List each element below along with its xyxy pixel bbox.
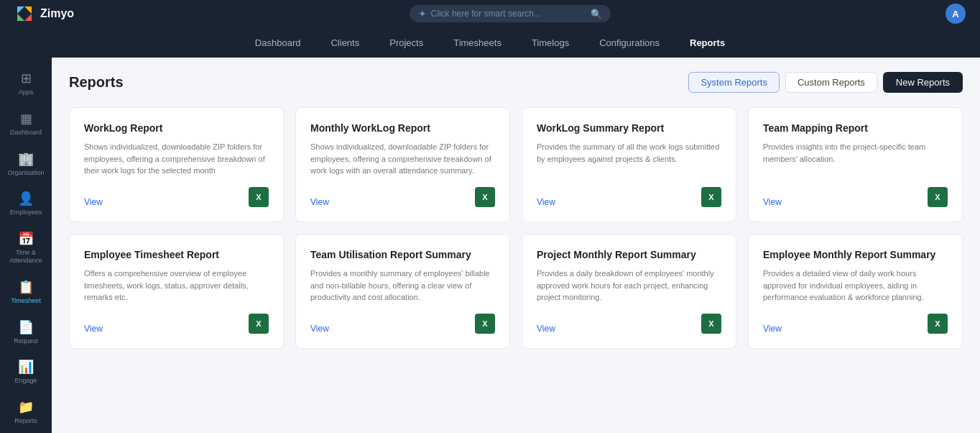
report-desc-monthly-worklog: Shows individualized, downloadable ZIP f…	[310, 141, 495, 180]
report-title-worklog-summary: WorkLog Summary Report	[537, 122, 721, 134]
report-desc-worklog-summary: Provides the summary of all the work log…	[537, 141, 721, 180]
view-link-worklog[interactable]: View	[84, 197, 103, 207]
excel-icon-employee-monthly: X	[928, 314, 948, 334]
search-bar[interactable]: ✦ 🔍	[410, 5, 611, 22]
report-footer-team-mapping: View X	[763, 187, 948, 207]
svg-marker-3	[24, 14, 32, 21]
sidebar-label-organisation: Organisation	[7, 169, 44, 177]
excel-icon-team-mapping: X	[928, 187, 948, 207]
report-footer-team-utilisation: View X	[310, 314, 495, 334]
view-link-employee-monthly[interactable]: View	[763, 324, 782, 334]
logo-text: Zimyo	[40, 7, 74, 20]
search-icon[interactable]: 🔍	[591, 9, 602, 19]
custom-reports-tab[interactable]: Custom Reports	[785, 72, 877, 93]
excel-icon-team-utilisation: X	[475, 314, 495, 334]
reports-grid: WorkLog Report Shows individualized, dow…	[69, 107, 963, 349]
sidebar-item-dashboard[interactable]: ▦ Dashboard	[2, 105, 50, 142]
report-card-employee-timesheet: Employee Timesheet Report Offers a compr…	[69, 234, 284, 349]
page-title: Reports	[69, 74, 124, 91]
reports-sidebar-icon: 📁	[18, 399, 34, 415]
view-link-project-monthly[interactable]: View	[537, 324, 555, 334]
organisation-icon: 🏢	[18, 151, 34, 167]
logo-area: Zimyo	[14, 4, 74, 24]
svg-marker-1	[24, 6, 32, 14]
report-card-employee-monthly: Employee Monthly Report Summary Provides…	[748, 234, 963, 349]
sidebar-label-engage: Engage	[14, 377, 37, 385]
sidebar-item-organisation[interactable]: 🏢 Organisation	[2, 145, 50, 183]
report-title-worklog: WorkLog Report	[84, 122, 269, 134]
report-footer-monthly-worklog: View X	[310, 187, 495, 207]
report-footer-worklog: View X	[84, 187, 269, 207]
sidebar-item-engage[interactable]: 📊 Engage	[2, 353, 50, 391]
apps-icon: ⊞	[21, 70, 32, 86]
nav-item-reports[interactable]: Reports	[685, 35, 729, 51]
view-link-monthly-worklog[interactable]: View	[310, 197, 329, 207]
page-header: Reports System Reports Custom Reports Ne…	[69, 72, 963, 93]
report-desc-team-mapping: Provides insights into the project-speci…	[763, 141, 948, 180]
report-title-employee-monthly: Employee Monthly Report Summary	[763, 249, 948, 260]
content-area: Reports System Reports Custom Reports Ne…	[52, 58, 980, 433]
dashboard-icon: ▦	[20, 111, 32, 127]
report-desc-worklog: Shows individualized, downloadable ZIP f…	[84, 141, 269, 180]
view-link-team-utilisation[interactable]: View	[310, 324, 329, 334]
report-footer-employee-timesheet: View X	[84, 314, 269, 334]
sidebar-item-timesheet[interactable]: 📋 Timesheet	[2, 273, 50, 311]
sidebar-label-reports: Reports	[14, 417, 37, 425]
employees-icon: 👤	[18, 191, 34, 206]
report-title-monthly-worklog: Monthly WorkLog Report	[310, 122, 495, 134]
sidebar-label-timesheet: Timesheet	[11, 297, 41, 305]
report-card-team-mapping: Team Mapping Report Provides insights in…	[748, 107, 963, 222]
sidebar-item-apps[interactable]: ⊞ Apps	[2, 65, 50, 102]
sidebar-item-employees[interactable]: 👤 Employees	[2, 185, 50, 222]
sidebar-item-time-attendance[interactable]: 📅 Time & Attendance	[2, 225, 50, 270]
new-reports-button[interactable]: New Reports	[883, 72, 963, 93]
navbar: Dashboard Clients Projects Timesheets Ti…	[0, 27, 980, 58]
report-card-monthly-worklog: Monthly WorkLog Report Shows individuali…	[295, 107, 510, 222]
sidebar-label-request: Request	[14, 337, 38, 345]
sidebar-label-apps: Apps	[19, 88, 34, 96]
sidebar-label-time-attendance: Time & Attendance	[6, 249, 45, 265]
spark-icon: ✦	[418, 8, 427, 19]
report-card-team-utilisation: Team Utilisation Report Summary Provides…	[295, 234, 510, 349]
system-reports-tab[interactable]: System Reports	[688, 72, 779, 93]
excel-icon-employee-timesheet: X	[249, 314, 269, 334]
search-input[interactable]	[431, 9, 586, 19]
excel-icon-monthly-worklog: X	[475, 187, 495, 207]
sidebar-item-reports[interactable]: 📁 Reports	[2, 393, 50, 431]
svg-marker-0	[17, 6, 24, 14]
report-title-employee-timesheet: Employee Timesheet Report	[84, 249, 269, 260]
nav-item-timesheets[interactable]: Timesheets	[449, 35, 506, 51]
main-layout: ⊞ Apps ▦ Dashboard 🏢 Organisation 👤 Empl…	[0, 58, 980, 433]
report-title-team-utilisation: Team Utilisation Report Summary	[310, 249, 495, 260]
report-desc-employee-timesheet: Offers a comprehensive overview of emplo…	[84, 268, 269, 306]
excel-icon-worklog-summary: X	[701, 187, 721, 207]
nav-item-projects[interactable]: Projects	[385, 35, 427, 51]
report-title-team-mapping: Team Mapping Report	[763, 122, 948, 134]
view-link-worklog-summary[interactable]: View	[537, 197, 555, 207]
report-title-project-monthly: Project Monthly Report Summary	[537, 249, 721, 260]
svg-marker-2	[17, 14, 24, 21]
report-footer-worklog-summary: View X	[537, 187, 721, 207]
sidebar-label-dashboard: Dashboard	[10, 129, 42, 137]
excel-icon-worklog: X	[249, 187, 269, 207]
report-card-worklog-summary: WorkLog Summary Report Provides the summ…	[522, 107, 736, 222]
time-attendance-icon: 📅	[18, 231, 34, 247]
nav-item-timelogs[interactable]: Timelogs	[527, 35, 573, 51]
view-link-team-mapping[interactable]: View	[763, 197, 782, 207]
sidebar-item-request[interactable]: 📄 Request	[2, 314, 50, 351]
sidebar: ⊞ Apps ▦ Dashboard 🏢 Organisation 👤 Empl…	[0, 58, 52, 433]
nav-item-dashboard[interactable]: Dashboard	[251, 35, 305, 51]
zimyo-logo-icon	[14, 4, 34, 24]
report-footer-project-monthly: View X	[537, 314, 721, 334]
report-desc-team-utilisation: Provides a monthly summary of employees'…	[310, 268, 495, 306]
report-card-worklog: WorkLog Report Shows individualized, dow…	[69, 107, 284, 222]
nav-item-clients[interactable]: Clients	[326, 35, 364, 51]
timesheet-icon: 📋	[18, 279, 34, 295]
request-icon: 📄	[18, 319, 34, 335]
topbar: Zimyo ✦ 🔍 A	[0, 0, 980, 27]
view-link-employee-timesheet[interactable]: View	[84, 324, 103, 334]
excel-icon-project-monthly: X	[701, 314, 721, 334]
report-card-project-monthly: Project Monthly Report Summary Provides …	[522, 234, 736, 349]
sidebar-label-employees: Employees	[10, 209, 42, 216]
nav-item-configurations[interactable]: Configurations	[595, 35, 664, 51]
